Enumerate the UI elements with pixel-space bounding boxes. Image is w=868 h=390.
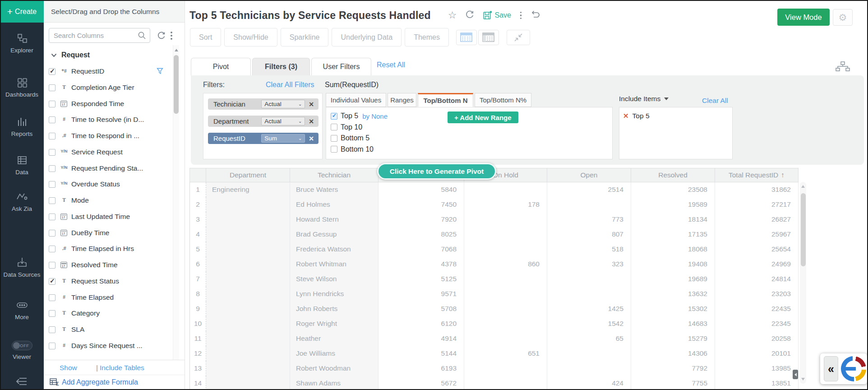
search-columns-input[interactable]: Search Columns bbox=[49, 28, 150, 43]
option-checkbox[interactable] bbox=[331, 146, 337, 153]
sidebar-item-dashboards[interactable]: Dashboards bbox=[0, 77, 44, 99]
table-row[interactable]: 8Lynn Hendricks95711363223203 bbox=[190, 287, 799, 302]
table-row[interactable]: 4Brad Gessup80258071713525967 bbox=[190, 227, 799, 242]
table-row[interactable]: 10Roger Wright612015421468322345 bbox=[190, 316, 799, 331]
option-checkbox[interactable] bbox=[331, 124, 337, 130]
field-checkbox[interactable] bbox=[49, 230, 55, 237]
refresh-report-icon[interactable] bbox=[465, 10, 475, 21]
clear-all-link[interactable]: Clear All bbox=[702, 97, 728, 105]
field-checkbox[interactable] bbox=[49, 294, 55, 301]
field-checkbox[interactable] bbox=[49, 149, 55, 156]
field-checkbox[interactable] bbox=[49, 278, 55, 285]
sidebar-item-more[interactable]: More bbox=[0, 300, 44, 321]
option-checkbox[interactable] bbox=[331, 135, 337, 142]
create-button[interactable]: +Create bbox=[0, 1, 44, 23]
column-header-open[interactable]: Open bbox=[547, 168, 631, 182]
column-field-resolved-time[interactable]: Resolved Time bbox=[44, 258, 173, 273]
column-field-category[interactable]: TCategory bbox=[44, 306, 173, 321]
settings-gear-button[interactable]: ⚙ bbox=[833, 9, 853, 26]
column-field-completion-age-tier[interactable]: TCompletion Age Tier bbox=[44, 81, 173, 95]
remove-chip-icon[interactable]: ✕ bbox=[309, 118, 314, 125]
zoho-analytics-logo[interactable] bbox=[841, 356, 866, 381]
table-view-blue-icon[interactable] bbox=[456, 30, 477, 45]
column-panel-menu-icon[interactable] bbox=[171, 32, 172, 40]
tab-user-filters[interactable]: User Filters bbox=[311, 58, 371, 75]
sidebar-item-data[interactable]: Data bbox=[0, 155, 44, 176]
tab-pivot[interactable]: Pivot bbox=[191, 58, 251, 75]
column-field-service-request[interactable]: Y/NService Request bbox=[44, 145, 173, 160]
field-checkbox[interactable] bbox=[49, 116, 55, 123]
field-checkbox[interactable] bbox=[49, 262, 55, 269]
table-row[interactable]: 5Frederica Watson70685181806825654 bbox=[190, 242, 799, 257]
table-row[interactable]: 6Robert Whitman43788603231940824969 bbox=[190, 257, 799, 272]
include-tables-link[interactable]: Include Tables bbox=[100, 364, 144, 372]
column-field-time-elapsed-in-hrs[interactable]: .#Time Elapsed in Hrs bbox=[44, 242, 173, 256]
column-header-department[interactable]: Department bbox=[206, 168, 290, 182]
field-checkbox[interactable] bbox=[49, 246, 55, 252]
table-row[interactable]: 11Heather4914651527920258 bbox=[190, 331, 799, 346]
table-group-request[interactable]: Request bbox=[51, 51, 90, 59]
table-row[interactable]: 12Joe Williams51446511430620101 bbox=[190, 346, 799, 361]
field-checkbox[interactable] bbox=[49, 84, 55, 91]
column-field-sla[interactable]: TSLA bbox=[44, 323, 173, 337]
table-row[interactable]: 7Steve Wilson51251968924814 bbox=[190, 272, 799, 287]
toolbar-underlying-data-button[interactable]: Underlying Data bbox=[332, 28, 402, 46]
column-field-request-pending-sta-[interactable]: Y/NRequest Pending Sta... bbox=[44, 162, 173, 176]
add-new-range-button[interactable]: + Add New Range bbox=[448, 111, 518, 123]
filter-chip-technician[interactable]: TechnicianActual⌄✕ bbox=[208, 98, 319, 110]
add-aggregate-formula-link[interactable]: Add Aggregate Formula bbox=[62, 378, 138, 386]
column-field-overdue-status[interactable]: Y/NOverdue Status bbox=[44, 177, 173, 192]
option-top-10[interactable]: Top 10 bbox=[326, 122, 612, 133]
toolbar-themes-button[interactable]: Themes bbox=[405, 28, 449, 46]
field-checkbox[interactable] bbox=[49, 326, 55, 333]
column-field-time-to-resolve-in-d-[interactable]: #Time to Resolve (in D... bbox=[44, 113, 173, 127]
option-checkbox[interactable] bbox=[331, 113, 337, 120]
save-button[interactable]: Save bbox=[483, 10, 511, 20]
column-header-total-requestid[interactable]: Total RequestID↑ bbox=[715, 168, 799, 182]
field-checkbox[interactable] bbox=[49, 181, 55, 188]
reset-all-link[interactable]: Reset All bbox=[377, 61, 405, 69]
column-field-requestid[interactable]: *#RequestID bbox=[44, 65, 173, 79]
collapse-view-icon[interactable] bbox=[507, 30, 530, 45]
view-mode-button[interactable]: View Mode bbox=[777, 9, 830, 26]
field-checkbox[interactable] bbox=[49, 197, 55, 204]
sidebar-item-ask-zia[interactable]: Ask Zia bbox=[0, 191, 44, 213]
sidebar-item-explorer[interactable]: Explorer bbox=[0, 33, 44, 55]
toolbar-sparkline-button[interactable]: Sparkline bbox=[281, 28, 329, 46]
field-checkbox[interactable] bbox=[49, 68, 55, 75]
value-tab-ranges[interactable]: Ranges bbox=[388, 93, 416, 107]
filter-chip-department[interactable]: DepartmentActual⌄✕ bbox=[208, 116, 319, 127]
column-header-technician[interactable]: Technician bbox=[290, 168, 379, 182]
column-field-mode[interactable]: TMode bbox=[44, 194, 173, 208]
table-row[interactable]: 13Robert Woodman6193779213985 bbox=[190, 361, 799, 376]
table-row[interactable]: 1EngineeringBruce Waters5840251423508318… bbox=[190, 182, 799, 197]
sidebar-item-data-sources[interactable]: Data Sources bbox=[0, 256, 44, 279]
chip-mode-dropdown[interactable]: Actual⌄ bbox=[261, 100, 305, 108]
option-bottom-5[interactable]: Bottom 5 bbox=[326, 133, 612, 144]
remove-item-icon[interactable]: ✕ bbox=[623, 112, 629, 120]
table-row[interactable]: 3Howard Stern79207731813426827 bbox=[190, 212, 799, 227]
scrollbar-thumb[interactable] bbox=[801, 193, 806, 266]
chip-mode-dropdown[interactable]: Sum⌄ bbox=[261, 134, 305, 143]
remove-chip-icon[interactable]: ✕ bbox=[309, 135, 314, 142]
sidebar-collapse-icon[interactable] bbox=[15, 376, 28, 389]
column-field-time-elapsed[interactable]: #Time Elapsed bbox=[44, 291, 173, 305]
more-options-icon[interactable] bbox=[519, 12, 523, 19]
remove-chip-icon[interactable]: ✕ bbox=[309, 101, 314, 108]
column-field-time-to-respond-in-[interactable]: .#Time to Respond in ... bbox=[44, 129, 173, 144]
column-panel-scrollbar[interactable] bbox=[173, 45, 179, 360]
field-checkbox[interactable] bbox=[49, 343, 55, 349]
favorite-star-icon[interactable]: ☆ bbox=[448, 10, 457, 20]
column-field-last-updated-time[interactable]: Last Updated Time bbox=[44, 210, 173, 224]
clear-all-filters-link[interactable]: Clear All Filters bbox=[266, 81, 314, 89]
value-tab-top-bottom-n-[interactable]: Top/Bottom N% bbox=[475, 93, 531, 107]
field-checkbox[interactable] bbox=[49, 133, 55, 139]
field-checkbox[interactable] bbox=[49, 165, 55, 172]
toolbar-sort-button[interactable]: Sort bbox=[190, 28, 221, 46]
value-tab-individual-values[interactable]: Individual Values bbox=[326, 93, 386, 107]
column-field-dueby-time[interactable]: DueBy Time bbox=[44, 226, 173, 241]
include-items-dropdown[interactable]: Include Items bbox=[619, 95, 669, 103]
field-checkbox[interactable] bbox=[49, 214, 55, 220]
table-view-gray-icon[interactable] bbox=[478, 30, 499, 45]
viewer-toggle[interactable]: OFF bbox=[12, 341, 32, 350]
